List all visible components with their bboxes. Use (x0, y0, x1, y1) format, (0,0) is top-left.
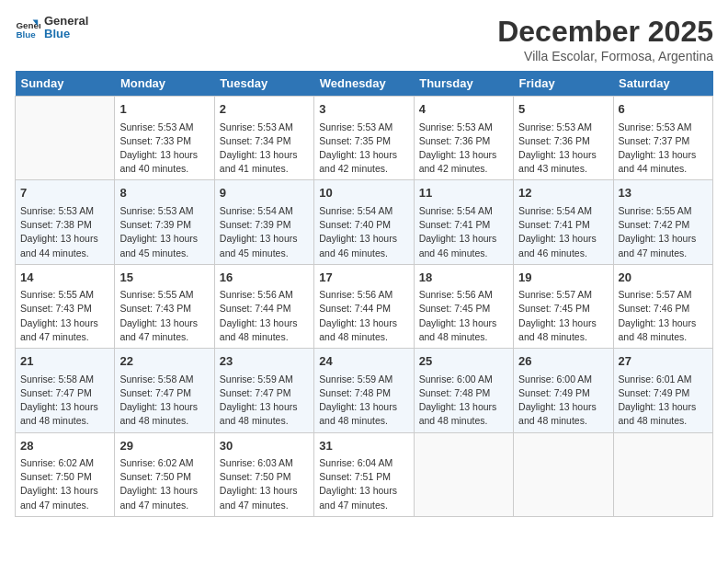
cell-week2-day3: 10Sunrise: 5:54 AMSunset: 7:40 PMDayligh… (314, 180, 414, 264)
cell-week5-day5 (514, 432, 613, 516)
header-tuesday: Tuesday (214, 71, 313, 97)
day-number: 3 (319, 100, 408, 119)
cell-week4-day2: 23Sunrise: 5:59 AMSunset: 7:47 PMDayligh… (214, 349, 313, 432)
cell-week5-day4 (414, 432, 513, 516)
cell-week2-day1: 8Sunrise: 5:53 AMSunset: 7:39 PMDaylight… (115, 180, 214, 264)
day-info: Sunrise: 5:55 AMSunset: 7:43 PMDaylight:… (119, 288, 209, 344)
cell-week3-day6: 20Sunrise: 5:57 AMSunset: 7:46 PMDayligh… (613, 264, 712, 348)
day-number: 11 (419, 184, 508, 202)
day-info: Sunrise: 5:53 AMSunset: 7:36 PMDaylight:… (419, 121, 508, 177)
day-number: 27 (619, 352, 708, 371)
day-number: 1 (119, 100, 209, 119)
day-info: Sunrise: 5:54 AMSunset: 7:41 PMDaylight:… (518, 204, 608, 260)
day-info: Sunrise: 6:03 AMSunset: 7:50 PMDaylight:… (220, 456, 309, 512)
day-number: 29 (119, 437, 209, 455)
logo-text-blue: Blue (44, 28, 88, 40)
cell-week2-day0: 7Sunrise: 5:53 AMSunset: 7:38 PMDaylight… (16, 180, 115, 264)
cell-week1-day5: 5Sunrise: 5:53 AMSunset: 7:36 PMDaylight… (514, 97, 613, 180)
cell-week5-day3: 31Sunrise: 6:04 AMSunset: 7:51 PMDayligh… (314, 432, 414, 516)
day-number: 22 (119, 352, 209, 371)
day-number: 26 (518, 352, 608, 371)
cell-week4-day6: 27Sunrise: 6:01 AMSunset: 7:49 PMDayligh… (613, 349, 712, 432)
day-number: 24 (319, 352, 408, 371)
day-info: Sunrise: 6:04 AMSunset: 7:51 PMDaylight:… (319, 456, 408, 512)
day-number: 10 (319, 184, 408, 202)
calendar-table: SundayMondayTuesdayWednesdayThursdayFrid… (15, 71, 713, 517)
cell-week2-day4: 11Sunrise: 5:54 AMSunset: 7:41 PMDayligh… (414, 180, 513, 264)
page-subtitle: Villa Escolar, Formosa, Argentina (497, 49, 713, 63)
cell-week5-day1: 29Sunrise: 6:02 AMSunset: 7:50 PMDayligh… (115, 432, 214, 516)
header-wednesday: Wednesday (314, 71, 414, 97)
day-info: Sunrise: 5:53 AMSunset: 7:38 PMDaylight:… (20, 204, 109, 260)
day-number: 7 (20, 184, 109, 202)
header-saturday: Saturday (613, 71, 712, 97)
day-info: Sunrise: 5:53 AMSunset: 7:37 PMDaylight:… (619, 121, 708, 177)
header-thursday: Thursday (414, 71, 513, 97)
day-info: Sunrise: 6:01 AMSunset: 7:49 PMDaylight:… (619, 373, 708, 429)
day-info: Sunrise: 5:55 AMSunset: 7:42 PMDaylight:… (619, 204, 708, 260)
cell-week3-day0: 14Sunrise: 5:55 AMSunset: 7:43 PMDayligh… (16, 264, 115, 348)
day-number: 28 (20, 437, 109, 455)
day-info: Sunrise: 5:54 AMSunset: 7:39 PMDaylight:… (220, 204, 309, 260)
day-number: 13 (619, 184, 708, 202)
cell-week1-day3: 3Sunrise: 5:53 AMSunset: 7:35 PMDaylight… (314, 97, 414, 180)
day-info: Sunrise: 5:58 AMSunset: 7:47 PMDaylight:… (20, 373, 109, 429)
day-number: 2 (220, 100, 309, 119)
cell-week5-day0: 28Sunrise: 6:02 AMSunset: 7:50 PMDayligh… (16, 432, 115, 516)
header-monday: Monday (115, 71, 214, 97)
cell-week2-day6: 13Sunrise: 5:55 AMSunset: 7:42 PMDayligh… (613, 180, 712, 264)
cell-week3-day1: 15Sunrise: 5:55 AMSunset: 7:43 PMDayligh… (115, 264, 214, 348)
day-info: Sunrise: 6:02 AMSunset: 7:50 PMDaylight:… (119, 456, 209, 512)
day-number: 16 (220, 269, 309, 287)
day-info: Sunrise: 5:58 AMSunset: 7:47 PMDaylight:… (119, 373, 209, 429)
logo-text-general: General (44, 15, 88, 28)
day-info: Sunrise: 5:57 AMSunset: 7:45 PMDaylight:… (518, 288, 608, 344)
header-friday: Friday (514, 71, 613, 97)
day-info: Sunrise: 5:53 AMSunset: 7:35 PMDaylight:… (319, 121, 408, 177)
cell-week3-day2: 16Sunrise: 5:56 AMSunset: 7:44 PMDayligh… (214, 264, 313, 348)
logo-icon: General Blue (15, 15, 40, 40)
cell-week3-day5: 19Sunrise: 5:57 AMSunset: 7:45 PMDayligh… (514, 264, 613, 348)
day-info: Sunrise: 5:55 AMSunset: 7:43 PMDaylight:… (20, 288, 109, 344)
title-block: December 2025 Villa Escolar, Formosa, Ar… (497, 15, 713, 63)
cell-week4-day0: 21Sunrise: 5:58 AMSunset: 7:47 PMDayligh… (16, 349, 115, 432)
cell-week5-day2: 30Sunrise: 6:03 AMSunset: 7:50 PMDayligh… (214, 432, 313, 516)
day-info: Sunrise: 5:59 AMSunset: 7:47 PMDaylight:… (220, 373, 309, 429)
day-info: Sunrise: 5:53 AMSunset: 7:36 PMDaylight:… (518, 121, 608, 177)
cell-week3-day4: 18Sunrise: 5:56 AMSunset: 7:45 PMDayligh… (414, 264, 513, 348)
day-number: 17 (319, 269, 408, 287)
day-number: 23 (220, 352, 309, 371)
cell-week1-day0 (16, 97, 115, 180)
cell-week4-day3: 24Sunrise: 5:59 AMSunset: 7:48 PMDayligh… (314, 349, 414, 432)
day-info: Sunrise: 5:54 AMSunset: 7:41 PMDaylight:… (419, 204, 508, 260)
day-number: 14 (20, 269, 109, 287)
cell-week3-day3: 17Sunrise: 5:56 AMSunset: 7:44 PMDayligh… (314, 264, 414, 348)
logo: General Blue General Blue (15, 15, 88, 41)
day-info: Sunrise: 5:53 AMSunset: 7:39 PMDaylight:… (119, 204, 209, 260)
header-sunday: Sunday (16, 71, 115, 97)
day-number: 20 (619, 269, 708, 287)
day-info: Sunrise: 5:53 AMSunset: 7:33 PMDaylight:… (119, 121, 209, 177)
day-info: Sunrise: 5:56 AMSunset: 7:44 PMDaylight:… (220, 288, 309, 344)
day-info: Sunrise: 6:00 AMSunset: 7:48 PMDaylight:… (419, 373, 508, 429)
day-info: Sunrise: 5:59 AMSunset: 7:48 PMDaylight:… (319, 373, 408, 429)
cell-week1-day4: 4Sunrise: 5:53 AMSunset: 7:36 PMDaylight… (414, 97, 513, 180)
day-number: 4 (419, 100, 508, 119)
day-number: 31 (319, 437, 408, 455)
cell-week2-day2: 9Sunrise: 5:54 AMSunset: 7:39 PMDaylight… (214, 180, 313, 264)
day-info: Sunrise: 5:54 AMSunset: 7:40 PMDaylight:… (319, 204, 408, 260)
cell-week4-day5: 26Sunrise: 6:00 AMSunset: 7:49 PMDayligh… (514, 349, 613, 432)
day-info: Sunrise: 6:00 AMSunset: 7:49 PMDaylight:… (518, 373, 608, 429)
day-number: 8 (119, 184, 209, 202)
day-number: 9 (220, 184, 309, 202)
day-number: 25 (419, 352, 508, 371)
day-number: 15 (119, 269, 209, 287)
cell-week1-day2: 2Sunrise: 5:53 AMSunset: 7:34 PMDaylight… (214, 97, 313, 180)
day-info: Sunrise: 6:02 AMSunset: 7:50 PMDaylight:… (20, 456, 109, 512)
day-info: Sunrise: 5:57 AMSunset: 7:46 PMDaylight:… (619, 288, 708, 344)
day-number: 19 (518, 269, 608, 287)
cell-week5-day6 (613, 432, 712, 516)
page-header: General Blue General Blue December 2025 … (15, 15, 713, 63)
day-info: Sunrise: 5:53 AMSunset: 7:34 PMDaylight:… (220, 121, 309, 177)
day-number: 5 (518, 100, 608, 119)
